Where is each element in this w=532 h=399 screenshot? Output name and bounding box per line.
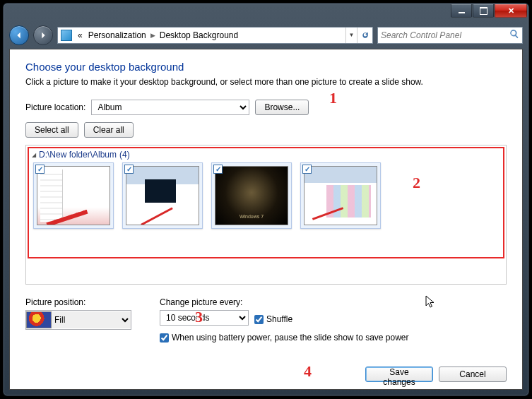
position-preview-icon: [26, 311, 52, 328]
thumbnail-checkbox[interactable]: [124, 165, 134, 174]
content-pane: Choose your desktop background Click a p…: [9, 49, 523, 390]
maximize-button[interactable]: [473, 4, 494, 18]
group-count: (4): [119, 150, 130, 160]
thumbnail-2[interactable]: [122, 162, 203, 229]
window-frame: « Personalization ▶ Desktop Background ▼…: [3, 3, 529, 396]
picture-position-label: Picture position:: [25, 297, 131, 307]
battery-label: When using battery power, pause the slid…: [172, 333, 409, 343]
annotation-4: 4: [304, 362, 312, 381]
cancel-button[interactable]: Cancel: [439, 367, 507, 382]
thumbnail-3[interactable]: [211, 162, 292, 229]
forward-button[interactable]: [33, 25, 53, 45]
change-interval-combo[interactable]: 10 seconds: [160, 310, 249, 326]
browse-button[interactable]: Browse...: [255, 100, 309, 115]
page-subtitle: Click a picture to make it your desktop …: [25, 77, 507, 87]
shuffle-checkbox[interactable]: [254, 315, 264, 324]
back-button[interactable]: [9, 25, 29, 45]
titlebar: [4, 4, 528, 23]
page-title: Choose your desktop background: [25, 61, 507, 73]
picture-gallery: ◢ D:\New folder\Album (4): [25, 145, 507, 285]
breadcrumb-personalization[interactable]: Personalization: [85, 30, 149, 40]
battery-checkbox[interactable]: [160, 333, 169, 343]
close-button[interactable]: [495, 4, 527, 18]
select-all-button[interactable]: Select all: [25, 122, 78, 138]
thumbnail-4[interactable]: [300, 162, 381, 229]
cursor-icon: [425, 295, 437, 309]
breadcrumb-chevron[interactable]: «: [75, 30, 85, 40]
location-icon: [61, 30, 72, 41]
thumbnail-checkbox[interactable]: [302, 165, 312, 174]
thumbnail-checkbox[interactable]: [213, 165, 223, 174]
thumbnail-1[interactable]: [33, 162, 114, 229]
address-dropdown-icon[interactable]: ▼: [345, 28, 357, 43]
save-changes-button[interactable]: Save changes: [365, 367, 433, 382]
search-box[interactable]: [377, 27, 523, 44]
thumbnail-checkbox[interactable]: [35, 165, 45, 174]
refresh-button[interactable]: [357, 28, 372, 43]
chevron-right-icon: ▶: [149, 32, 157, 39]
search-icon: [509, 29, 519, 42]
group-path: D:\New folder\Album: [39, 150, 117, 160]
change-picture-label: Change picture every:: [160, 297, 409, 307]
nav-row: « Personalization ▶ Desktop Background ▼: [9, 23, 523, 47]
picture-position-combo[interactable]: Fill: [25, 310, 131, 330]
picture-location-combo[interactable]: Album: [91, 100, 249, 115]
collapse-triangle-icon[interactable]: ◢: [32, 152, 36, 158]
picture-position-select[interactable]: Fill: [52, 311, 131, 328]
shuffle-label: Shuffle: [266, 314, 292, 324]
search-input[interactable]: [381, 30, 509, 40]
group-header[interactable]: ◢ D:\New folder\Album (4): [26, 145, 506, 162]
breadcrumb-desktop-background[interactable]: Desktop Background: [157, 30, 241, 40]
minimize-button[interactable]: [451, 4, 472, 18]
picture-location-label: Picture location:: [25, 102, 85, 112]
address-bar[interactable]: « Personalization ▶ Desktop Background ▼: [57, 27, 373, 44]
clear-all-button[interactable]: Clear all: [84, 122, 134, 138]
